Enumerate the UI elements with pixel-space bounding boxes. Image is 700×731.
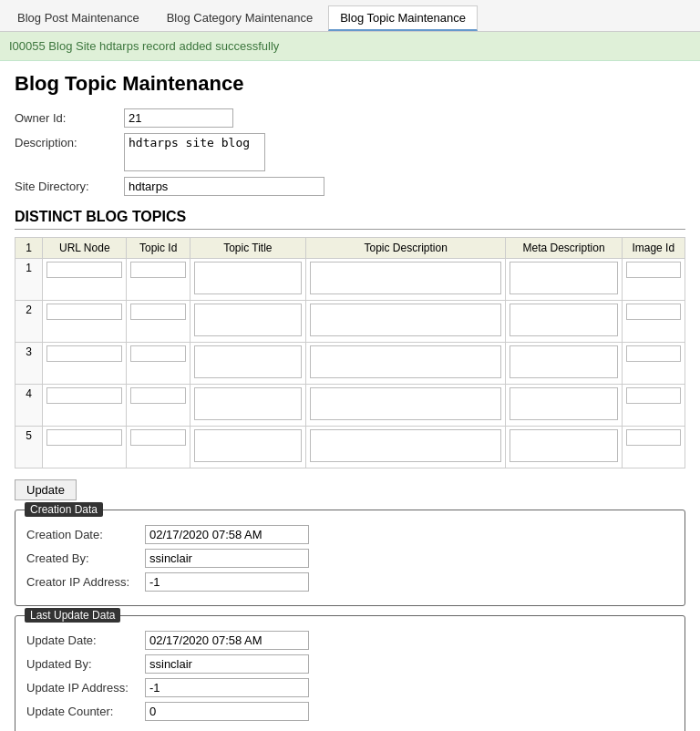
input-title-1[interactable] xyxy=(194,262,302,294)
update-data-row: Update Counter: xyxy=(26,702,674,721)
creation-label-0: Creation Date: xyxy=(26,528,145,541)
section-title: DISTINCT BLOG TOPICS xyxy=(15,209,685,225)
input-meta-5[interactable] xyxy=(510,429,617,462)
cell-imgid xyxy=(622,385,685,427)
tab-blog-category[interactable]: Blog Category Maintenance xyxy=(155,5,324,31)
update-value-3[interactable] xyxy=(145,702,309,721)
row-num: 3 xyxy=(15,343,43,385)
tab-blog-topic[interactable]: Blog Topic Maintenance xyxy=(328,5,478,31)
input-title-4[interactable] xyxy=(194,387,302,420)
cell-urlnode xyxy=(43,343,127,385)
cell-topicid xyxy=(127,301,190,343)
cell-urlnode xyxy=(43,427,127,468)
update-data-row: Update Date: xyxy=(26,631,674,650)
last-update-inner: Update Date: Updated By: Update IP Addre… xyxy=(26,631,674,721)
site-directory-input[interactable] xyxy=(124,177,324,196)
col-header-urlnode: URL Node xyxy=(43,238,127,259)
cell-imgid xyxy=(622,301,685,343)
site-directory-label: Site Directory: xyxy=(15,177,124,193)
cell-urlnode xyxy=(43,385,127,427)
cell-title xyxy=(190,427,305,468)
cell-imgid xyxy=(622,343,685,385)
row-num: 2 xyxy=(15,301,43,343)
input-imgid-5[interactable] xyxy=(626,429,681,446)
input-imgid-3[interactable] xyxy=(626,345,681,362)
cell-title xyxy=(190,343,305,385)
owner-id-input[interactable] xyxy=(124,108,233,128)
creation-data-row: Creation Date: xyxy=(26,525,674,544)
input-meta-1[interactable] xyxy=(510,262,617,294)
input-imgid-1[interactable] xyxy=(626,262,681,278)
input-desc-3[interactable] xyxy=(310,345,502,378)
col-header-imgid: Image Id xyxy=(622,238,685,259)
cell-title xyxy=(190,259,305,301)
cell-desc xyxy=(305,259,506,301)
input-title-2[interactable] xyxy=(194,304,302,336)
col-header-topicid: Topic Id xyxy=(127,238,190,259)
cell-meta xyxy=(506,427,622,468)
cell-meta xyxy=(506,259,622,301)
success-message: I00055 Blog Site hdtarps record added su… xyxy=(0,32,700,61)
input-meta-4[interactable] xyxy=(510,387,617,420)
input-topicid-3[interactable] xyxy=(130,345,185,362)
input-meta-3[interactable] xyxy=(510,345,617,378)
input-title-5[interactable] xyxy=(194,429,302,462)
col-header-num: 1 xyxy=(15,238,43,259)
update-button[interactable]: Update xyxy=(15,479,77,500)
creation-value-0[interactable] xyxy=(145,525,309,544)
cell-imgid xyxy=(622,259,685,301)
input-desc-4[interactable] xyxy=(310,387,502,420)
table-row: 4 xyxy=(15,385,685,427)
creation-data-box: Creation Data Creation Date: Created By:… xyxy=(15,510,685,606)
update-data-row: Update IP Address: xyxy=(26,678,674,697)
cell-urlnode xyxy=(43,301,127,343)
description-input[interactable] xyxy=(124,133,265,171)
update-value-1[interactable] xyxy=(145,654,309,674)
creation-data-inner: Creation Date: Created By: Creator IP Ad… xyxy=(26,525,674,592)
input-meta-2[interactable] xyxy=(510,304,617,336)
input-topicid-4[interactable] xyxy=(130,387,185,404)
owner-id-row: Owner Id: xyxy=(15,108,685,128)
owner-id-label: Owner Id: xyxy=(15,108,124,125)
input-imgid-2[interactable] xyxy=(626,304,681,320)
site-directory-row: Site Directory: xyxy=(15,177,685,196)
cell-urlnode xyxy=(43,259,127,301)
cell-title xyxy=(190,301,305,343)
creation-data-row: Created By: xyxy=(26,549,674,568)
col-header-meta: Meta Description xyxy=(506,238,622,259)
update-value-2[interactable] xyxy=(145,678,309,697)
input-desc-2[interactable] xyxy=(310,304,502,336)
input-desc-1[interactable] xyxy=(310,262,502,294)
update-data-row: Updated By: xyxy=(26,654,674,674)
cell-desc xyxy=(305,343,506,385)
creation-value-1[interactable] xyxy=(145,549,309,568)
input-title-3[interactable] xyxy=(194,345,302,378)
update-label-2: Update IP Address: xyxy=(26,681,145,695)
cell-desc xyxy=(305,385,506,427)
creation-value-2[interactable] xyxy=(145,572,309,592)
update-value-0[interactable] xyxy=(145,631,309,650)
input-urlnode-3[interactable] xyxy=(46,345,122,362)
cell-topicid xyxy=(127,385,190,427)
input-urlnode-4[interactable] xyxy=(46,387,122,404)
input-urlnode-2[interactable] xyxy=(46,304,122,320)
cell-meta xyxy=(506,343,622,385)
table-row: 5 xyxy=(15,427,685,468)
input-topicid-2[interactable] xyxy=(130,304,185,320)
page-title: Blog Topic Maintenance xyxy=(15,72,685,96)
cell-topicid xyxy=(127,427,190,468)
cell-meta xyxy=(506,385,622,427)
cell-title xyxy=(190,385,305,427)
input-topicid-5[interactable] xyxy=(130,429,185,446)
input-imgid-4[interactable] xyxy=(626,387,681,404)
input-topicid-1[interactable] xyxy=(130,262,185,278)
nav-tabs: Blog Post Maintenance Blog Category Main… xyxy=(0,0,700,32)
update-label-0: Update Date: xyxy=(26,633,145,647)
input-desc-5[interactable] xyxy=(310,429,502,462)
cell-meta xyxy=(506,301,622,343)
last-update-data-box: Last Update Data Update Date: Updated By… xyxy=(15,615,685,731)
input-urlnode-1[interactable] xyxy=(46,262,122,278)
input-urlnode-5[interactable] xyxy=(46,429,122,446)
creation-label-2: Creator IP Address: xyxy=(26,575,145,589)
tab-blog-post[interactable]: Blog Post Maintenance xyxy=(5,5,151,31)
